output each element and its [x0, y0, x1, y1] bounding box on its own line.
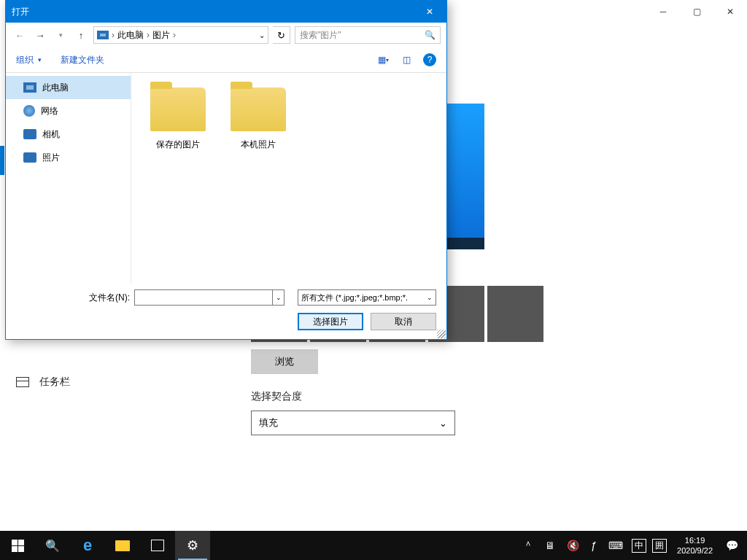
gear-icon: ⚙ — [187, 537, 198, 553]
folder-item[interactable]: 本机照片 — [231, 88, 286, 151]
address-bar[interactable]: › 此电脑 › 图片 › ⌄ — [93, 26, 268, 44]
chevron-down-icon: ⌄ — [427, 294, 433, 301]
tray-ease-icon[interactable]: ƒ — [588, 540, 600, 551]
photos-icon — [23, 152, 36, 163]
search-button[interactable]: 🔍 — [35, 531, 70, 560]
taskbar-icon — [16, 377, 29, 387]
ime-indicator-2[interactable]: 囲 — [652, 539, 667, 553]
search-input[interactable]: 搜索"图片" 🔍 — [295, 26, 441, 44]
tree-item-photos[interactable]: 照片 — [6, 146, 131, 169]
nav-forward-icon[interactable]: → — [32, 30, 48, 41]
filename-label: 文件名(N): — [89, 292, 130, 304]
pc-icon — [97, 31, 109, 39]
folder-icon — [231, 88, 286, 131]
windows-icon — [12, 540, 24, 552]
open-button[interactable]: 选择图片 — [298, 313, 363, 330]
taskbar-settings[interactable]: ⚙ — [175, 531, 210, 560]
nav-item-label: 任务栏 — [39, 376, 70, 389]
organize-menu[interactable]: 组织 ▾ — [16, 54, 42, 66]
file-open-dialog: 打开 ✕ ← → ▾ ↑ › 此电脑 › 图片 › ⌄ ↻ 搜索"图片" 🔍 组… — [5, 0, 447, 340]
chevron-down-icon: ⌄ — [439, 418, 447, 429]
nav-tree: 此电脑 网络 相机 照片 — [6, 73, 131, 284]
addr-dropdown-icon[interactable]: ⌄ — [259, 31, 265, 39]
clock[interactable]: 16:19 2020/9/22 — [673, 535, 717, 556]
new-folder-button[interactable]: 新建文件夹 — [61, 54, 104, 66]
tree-item-network[interactable]: 网络 — [6, 99, 131, 122]
filename-input[interactable] — [134, 289, 273, 306]
breadcrumb-sep: › — [112, 30, 115, 40]
resize-handle[interactable] — [437, 330, 446, 338]
nav-back-icon[interactable]: ← — [12, 30, 28, 41]
dialog-title: 打开 — [12, 6, 29, 18]
taskbar: 🔍 e ⚙ ＾ 🖥 🔇 ƒ ⌨ 中 囲 16:19 2020/9/22 💬 — [0, 531, 747, 560]
maximize-button[interactable]: ▢ — [680, 0, 713, 23]
filename-dropdown-icon[interactable]: ⌄ — [273, 289, 285, 306]
tree-item-pc[interactable]: 此电脑 — [6, 76, 131, 99]
wallpaper-thumb[interactable] — [487, 286, 543, 342]
filetype-filter[interactable]: 所有文件 (*.jpg;*.jpeg;*.bmp;*. ⌄ — [298, 289, 436, 306]
ime-indicator[interactable]: 中 — [632, 539, 646, 553]
browse-button[interactable]: 浏览 — [251, 349, 318, 374]
nav-accent — [0, 146, 4, 175]
network-icon — [23, 105, 35, 117]
taskbar-store[interactable] — [140, 531, 175, 560]
edge-icon: e — [83, 536, 92, 555]
tray-network-icon[interactable]: 🖥 — [542, 540, 558, 551]
folder-label: 保存的图片 — [156, 139, 200, 151]
search-icon: 🔍 — [45, 539, 60, 553]
folder-icon — [150, 88, 206, 131]
breadcrumb-root[interactable]: 此电脑 — [117, 29, 144, 42]
start-button[interactable] — [0, 531, 35, 560]
fit-value: 填充 — [259, 416, 278, 429]
fit-dropdown[interactable]: 填充 ⌄ — [251, 411, 455, 435]
nav-item-taskbar[interactable]: 任务栏 — [9, 366, 241, 398]
file-list[interactable]: 保存的图片 本机照片 — [131, 73, 446, 284]
minimize-button[interactable]: ─ — [646, 0, 680, 23]
tray-expand-icon[interactable]: ＾ — [520, 539, 536, 552]
close-button[interactable]: ✕ — [713, 0, 747, 23]
dialog-close-button[interactable]: ✕ — [413, 1, 446, 23]
nav-up-icon[interactable]: ↑ — [73, 30, 89, 41]
taskbar-edge[interactable]: e — [70, 531, 105, 560]
tray-volume-icon[interactable]: 🔇 — [564, 540, 582, 551]
breadcrumb-sep: › — [173, 30, 176, 40]
tray-keyboard-icon[interactable]: ⌨ — [605, 540, 626, 551]
camera-icon — [23, 129, 36, 139]
folder-label: 本机照片 — [241, 139, 276, 151]
clock-date: 2020/9/22 — [677, 545, 713, 556]
refresh-button[interactable]: ↻ — [273, 26, 290, 44]
chevron-down-icon: ▾ — [38, 56, 42, 63]
help-icon[interactable]: ? — [423, 53, 436, 66]
cancel-button[interactable]: 取消 — [371, 313, 436, 330]
folder-icon — [115, 540, 130, 551]
search-placeholder: 搜索"图片" — [300, 29, 341, 42]
breadcrumb-sep: › — [147, 30, 150, 40]
taskbar-explorer[interactable] — [105, 531, 140, 560]
nav-recent-icon[interactable]: ▾ — [53, 31, 69, 39]
view-pane-icon[interactable]: ◫ — [400, 54, 413, 66]
pc-icon — [23, 82, 36, 93]
section-fit: 选择契合度 — [251, 390, 740, 403]
clock-time: 16:19 — [677, 535, 713, 545]
view-thumb-icon[interactable]: ▦ ▾ — [376, 54, 390, 66]
search-icon: 🔍 — [425, 30, 436, 40]
folder-item[interactable]: 保存的图片 — [150, 88, 206, 151]
action-center-icon[interactable]: 💬 — [723, 540, 741, 551]
store-icon — [151, 540, 164, 551]
tree-item-camera[interactable]: 相机 — [6, 122, 131, 146]
breadcrumb-folder[interactable]: 图片 — [152, 29, 170, 42]
